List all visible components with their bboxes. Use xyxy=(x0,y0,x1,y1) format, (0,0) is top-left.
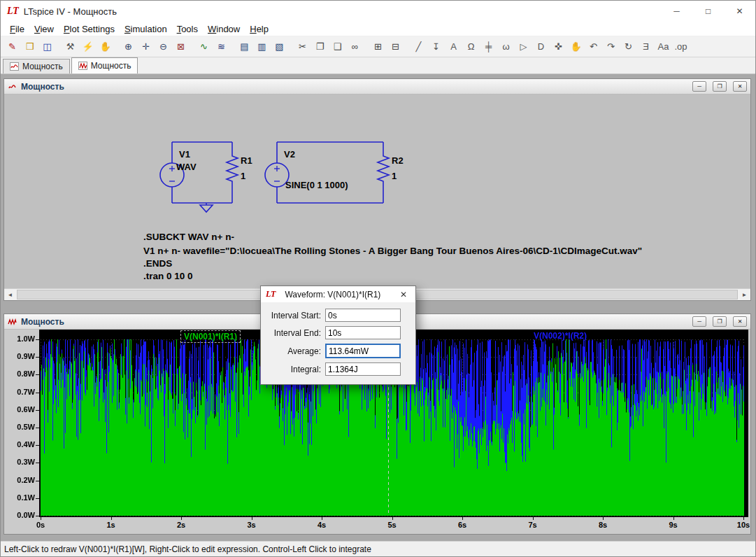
control-panel-icon[interactable]: ⚒ xyxy=(62,38,79,55)
schematic-restore-button[interactable]: ❐ xyxy=(713,81,727,92)
tile-horizontal-icon[interactable]: ▤ xyxy=(236,38,253,55)
tile-vertical-icon[interactable]: ▥ xyxy=(253,38,271,55)
zoom-out-icon[interactable]: ⊖ xyxy=(155,38,172,55)
ground-symbol[interactable] xyxy=(200,203,213,212)
v2-name-label[interactable]: V2 xyxy=(284,149,295,160)
zoom-in-icon[interactable]: ⊕ xyxy=(120,38,137,55)
waveform-minimize-button[interactable]: ─ xyxy=(692,316,706,327)
halt-icon[interactable]: ✋ xyxy=(97,38,114,55)
toolbar-separator xyxy=(288,38,294,55)
r2-value-label[interactable]: 1 xyxy=(392,171,397,181)
print-setup-icon[interactable]: ⊞ xyxy=(369,38,387,55)
new-schematic-icon[interactable]: ✎ xyxy=(3,38,21,55)
trace-label-green[interactable]: V(N001)*I(R1) xyxy=(180,330,241,343)
print-icon[interactable]: ⊟ xyxy=(387,38,404,55)
find-icon[interactable]: ∞ xyxy=(346,38,364,55)
cascade-windows-icon[interactable]: ▧ xyxy=(271,38,288,55)
draw-wire-icon[interactable]: ╱ xyxy=(410,38,427,55)
waveform-tab-icon xyxy=(78,62,87,70)
waveform-close-button[interactable]: ✕ xyxy=(733,316,747,327)
place-label-icon[interactable]: A xyxy=(445,38,462,55)
spice-directive-ends[interactable]: .ENDS xyxy=(143,258,172,269)
dialog-close-icon[interactable]: ✕ xyxy=(393,286,414,302)
rotate-icon[interactable]: ↻ xyxy=(620,38,637,55)
zoom-full-icon[interactable]: ⊠ xyxy=(172,38,190,55)
place-ground-icon[interactable]: ↧ xyxy=(427,38,445,55)
tab-schematic-label: Мощность xyxy=(22,62,63,71)
schematic-minimize-button[interactable]: ─ xyxy=(692,81,706,92)
scroll-left-arrow-icon[interactable]: ◄ xyxy=(4,289,16,300)
r1-resistor[interactable] xyxy=(227,155,238,183)
y-axis-label: 1.0W xyxy=(4,334,35,343)
spice-directive-tran[interactable]: .tran 0 10 0 xyxy=(143,271,193,281)
cut-icon[interactable]: ✂ xyxy=(294,38,311,55)
interval-start-input[interactable] xyxy=(325,309,401,322)
r1-value-label[interactable]: 1 xyxy=(241,171,245,181)
r2-name-label[interactable]: R2 xyxy=(392,155,404,166)
x-axis-tick xyxy=(743,517,744,520)
schematic-canvas-area[interactable]: V1 WAV R1 1 V2 SINE(0 1 1000) R2 1 .SUBC… xyxy=(4,94,750,288)
schematic-titlebar[interactable]: Мощность ─ ❐ ✕ xyxy=(4,79,750,94)
spice-directive-icon[interactable]: .op xyxy=(672,38,690,55)
menu-help[interactable]: Help xyxy=(245,23,273,35)
minimize-button[interactable]: ─ xyxy=(661,1,692,22)
x-axis-tick xyxy=(603,517,604,520)
maximize-button[interactable]: □ xyxy=(692,1,724,22)
open-file-icon[interactable]: ❒ xyxy=(21,38,38,55)
average-label: Average: xyxy=(265,346,325,356)
place-resistor-icon[interactable]: Ω xyxy=(462,38,480,55)
dialog-titlebar[interactable]: LT Waveform: V(N001)*I(R1) ✕ xyxy=(261,286,415,302)
tab-schematic[interactable]: Мощность xyxy=(3,59,70,73)
average-input[interactable] xyxy=(325,344,401,358)
r1-name-label[interactable]: R1 xyxy=(241,155,252,166)
x-axis-label: 0s xyxy=(36,521,45,529)
place-diode-icon[interactable]: ▷ xyxy=(515,38,532,55)
interval-end-input[interactable] xyxy=(325,326,401,339)
status-text: Left-Click to redraw V(N001)*I(R1)[W], R… xyxy=(4,544,371,554)
paste-icon[interactable]: ❑ xyxy=(329,38,346,55)
x-axis-label: 2s xyxy=(177,521,185,529)
plot-settings-icon[interactable]: ≋ xyxy=(213,38,230,55)
undo-icon[interactable]: ↶ xyxy=(585,38,602,55)
trace-label-blue[interactable]: V(N002)*I(R2) xyxy=(531,330,590,341)
schematic-close-button[interactable]: ✕ xyxy=(733,81,747,92)
y-axis-tick xyxy=(36,428,39,428)
redo-icon[interactable]: ↷ xyxy=(602,38,620,55)
r2-resistor[interactable] xyxy=(378,155,389,183)
autorange-icon[interactable]: ∿ xyxy=(195,38,213,55)
place-inductor-icon[interactable]: ω xyxy=(497,38,515,55)
menu-view[interactable]: View xyxy=(29,23,59,35)
y-axis-label: 0.8W xyxy=(4,369,35,378)
drag-icon[interactable]: ✋ xyxy=(567,38,585,55)
window-title: LTspice IV - Мощность xyxy=(24,6,117,17)
text-icon[interactable]: Aa xyxy=(655,38,672,55)
menu-simulation[interactable]: Simulation xyxy=(120,23,172,35)
v2-value-label[interactable]: SINE(0 1 1000) xyxy=(285,180,348,190)
tab-waveform[interactable]: Мощность xyxy=(71,57,138,73)
place-component-icon[interactable]: D xyxy=(532,38,550,55)
menu-tools[interactable]: Tools xyxy=(172,23,203,35)
save-icon[interactable]: ◫ xyxy=(38,38,56,55)
waveform-restore-button[interactable]: ❐ xyxy=(713,316,727,327)
spice-directive-subckt[interactable]: .SUBCKT WAV n+ n- xyxy=(143,232,234,242)
x-axis-tick xyxy=(462,517,463,520)
close-button[interactable]: ✕ xyxy=(724,1,755,22)
waveform-stats-dialog: LT Waveform: V(N001)*I(R1) ✕ Interval St… xyxy=(260,285,416,385)
move-icon[interactable]: ✜ xyxy=(550,38,567,55)
place-capacitor-icon[interactable]: ╪ xyxy=(480,38,497,55)
x-axis-tick xyxy=(392,517,393,520)
spice-directive-wavefile[interactable]: V1 n+ n- wavefile="D:\locuea\The Rolling… xyxy=(143,246,642,256)
v1-value-label[interactable]: WAV xyxy=(176,162,197,172)
menu-plot-settings[interactable]: Plot Settings xyxy=(59,23,120,35)
mirror-icon[interactable]: Ǝ xyxy=(637,38,655,55)
menu-file[interactable]: File xyxy=(5,23,29,35)
scroll-right-arrow-icon[interactable]: ► xyxy=(739,289,750,300)
menu-window[interactable]: Window xyxy=(203,23,245,35)
x-axis-label: 4s xyxy=(318,521,326,529)
integral-input[interactable] xyxy=(325,362,401,376)
pan-icon[interactable]: ✛ xyxy=(137,38,155,55)
y-axis-tick xyxy=(36,393,39,393)
copy-icon[interactable]: ❐ xyxy=(311,38,329,55)
v1-name-label[interactable]: V1 xyxy=(179,149,190,160)
run-icon[interactable]: ⚡ xyxy=(79,38,97,55)
